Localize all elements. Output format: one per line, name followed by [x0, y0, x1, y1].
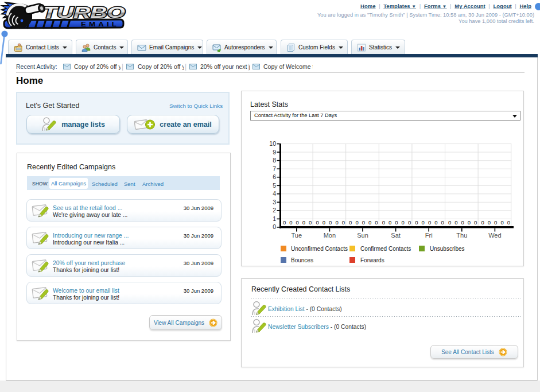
- svg-text:0 0 0 0 0: 0 0 0 0 0: [415, 219, 445, 226]
- svg-text:0 0 0 0 0: 0 0 0 0 0: [382, 219, 412, 226]
- svg-text:0: 0: [273, 223, 276, 230]
- svg-text:8: 8: [273, 157, 276, 164]
- svg-text:3: 3: [273, 199, 276, 205]
- svg-text:6: 6: [273, 173, 276, 180]
- svg-text:Mon: Mon: [324, 232, 336, 239]
- svg-text:Tue: Tue: [292, 232, 302, 239]
- svg-text:0 0 0 0 0: 0 0 0 0 0: [316, 219, 346, 226]
- svg-text:0 0 0 0 0: 0 0 0 0 0: [481, 219, 511, 226]
- svg-text:10: 10: [269, 141, 276, 147]
- svg-text:0 0 0 0 0: 0 0 0 0 0: [349, 219, 379, 226]
- svg-text:Wed: Wed: [488, 232, 501, 239]
- svg-text:2: 2: [273, 207, 276, 214]
- svg-text:Thu: Thu: [456, 232, 467, 239]
- svg-text:Sat: Sat: [391, 232, 401, 239]
- svg-text:EMAIL: EMAIL: [81, 21, 119, 28]
- svg-text:5: 5: [273, 182, 276, 189]
- svg-text:0 0 0 0 0: 0 0 0 0 0: [283, 219, 313, 226]
- svg-text:Fri: Fri: [425, 232, 433, 239]
- svg-text:9: 9: [273, 149, 276, 156]
- svg-text:Sun: Sun: [357, 232, 368, 239]
- svg-text:4: 4: [273, 190, 276, 197]
- svg-text:1: 1: [273, 215, 276, 222]
- svg-text:0 0 0 0 0: 0 0 0 0 0: [448, 219, 478, 226]
- svg-text:TURBO: TURBO: [42, 4, 125, 21]
- svg-text:7: 7: [273, 165, 276, 172]
